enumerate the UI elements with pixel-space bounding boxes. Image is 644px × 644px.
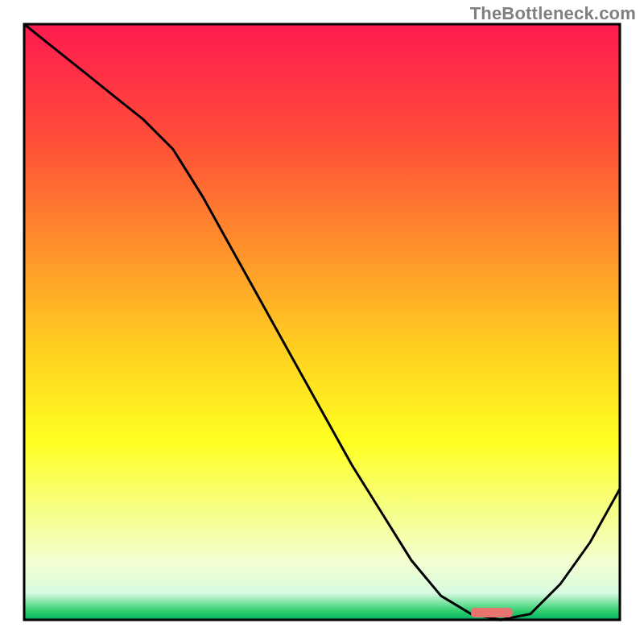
bottleneck-curve-chart bbox=[0, 0, 644, 644]
watermark-text: TheBottleneck.com bbox=[470, 3, 636, 24]
optimal-marker bbox=[471, 608, 513, 617]
chart-container: { "watermark": "TheBottleneck.com", "cha… bbox=[0, 0, 644, 644]
gradient-background bbox=[24, 24, 620, 620]
